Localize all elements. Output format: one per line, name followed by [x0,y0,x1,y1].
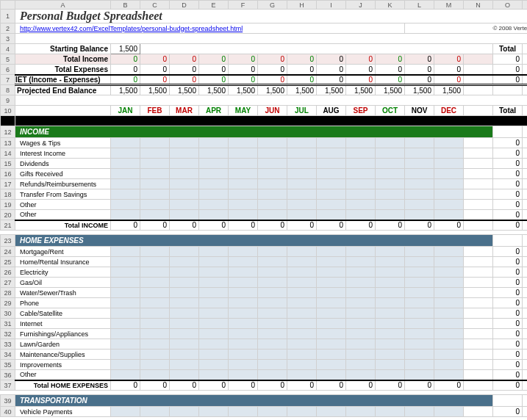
row-24[interactable]: 24 [1,247,15,257]
cell[interactable]: 0 [523,159,528,169]
cell[interactable] [317,159,346,169]
cell[interactable]: 0 [287,54,317,65]
cell[interactable]: 0 [170,54,199,65]
cell[interactable] [258,339,287,350]
cell[interactable] [258,257,287,267]
cell[interactable] [287,247,317,257]
cell[interactable]: 0 [229,75,258,85]
cell[interactable] [258,189,287,200]
cell[interactable]: 0 [523,148,528,159]
cell[interactable] [434,138,464,148]
cell[interactable]: 0 [111,54,140,65]
cell[interactable] [317,350,346,360]
cell[interactable]: 0 [405,220,434,231]
cell[interactable]: 0 [493,267,523,278]
item-label[interactable]: Furnishings/Appliances [15,329,111,339]
cell[interactable]: 0 [170,75,199,85]
row-20[interactable]: 20 [1,210,15,220]
cell[interactable]: 0 [346,220,376,231]
row-30[interactable]: 30 [1,308,15,319]
cell[interactable] [229,159,258,169]
item-label[interactable]: Transfer From Savings [15,189,111,200]
cell[interactable]: 0 [111,75,140,85]
cell[interactable]: 0 [493,360,523,370]
cell[interactable]: 0 [170,380,199,391]
cell[interactable] [229,138,258,148]
cell[interactable] [170,179,199,189]
cell[interactable]: 0 [376,75,405,85]
cell[interactable]: 0 [346,380,376,391]
cell[interactable] [405,148,434,159]
cell[interactable] [229,247,258,257]
cell[interactable]: 1,500 [405,85,434,95]
row-4[interactable]: 4 [1,44,15,54]
cell[interactable] [140,267,170,278]
cell[interactable] [287,350,317,360]
cell[interactable]: 0 [523,247,528,257]
starting-balance-input[interactable]: 1,500 [111,44,140,54]
cell[interactable] [287,257,317,267]
cell[interactable]: 0 [111,65,140,75]
item-label[interactable]: Other [15,200,111,210]
cell[interactable] [229,329,258,339]
cell[interactable] [140,257,170,267]
cell[interactable] [199,257,229,267]
cell[interactable]: 0 [493,350,523,360]
cell[interactable] [258,319,287,329]
cell[interactable]: 0 [493,278,523,288]
row-5[interactable]: 5 [1,54,15,65]
row-6[interactable]: 6 [1,65,15,75]
cell[interactable]: 0 [317,380,346,391]
item-label[interactable]: Cable/Satellite [15,308,111,319]
cell[interactable]: 0 [376,65,405,75]
cell[interactable]: 0 [523,267,528,278]
cell[interactable]: 0 [523,179,528,189]
cell[interactable] [405,298,434,308]
cell[interactable] [140,308,170,319]
item-label[interactable]: Maintenance/Supplies [15,350,111,360]
cell[interactable] [199,169,229,179]
cell[interactable]: 0 [170,220,199,231]
cell[interactable] [346,308,376,319]
cell[interactable] [376,278,405,288]
cell[interactable] [317,360,346,370]
cell[interactable] [434,288,464,298]
cell[interactable] [111,370,140,380]
row-21[interactable]: 21 [1,220,15,231]
cell[interactable] [229,407,258,417]
cell[interactable] [317,189,346,200]
cell[interactable] [199,189,229,200]
row-27[interactable]: 27 [1,278,15,288]
cell[interactable] [170,288,199,298]
cell[interactable] [317,288,346,298]
cell[interactable]: 1,500 [140,85,170,95]
cell[interactable] [346,339,376,350]
cell[interactable] [434,179,464,189]
cell[interactable] [111,267,140,278]
cell[interactable] [199,288,229,298]
cell[interactable]: 0 [405,54,434,65]
cell[interactable]: 0 [140,54,170,65]
row-33[interactable]: 33 [1,339,15,350]
cell[interactable] [434,298,464,308]
cell[interactable]: 0 [287,380,317,391]
cell[interactable] [140,138,170,148]
cell[interactable] [199,200,229,210]
cell[interactable] [317,319,346,329]
cell[interactable] [287,267,317,278]
cell[interactable] [405,210,434,220]
cell[interactable]: 0 [493,210,523,220]
cell[interactable] [170,247,199,257]
cell[interactable]: 0 [434,54,464,65]
cell[interactable] [258,350,287,360]
cell[interactable] [229,179,258,189]
cell[interactable] [287,169,317,179]
cell[interactable]: 0 [376,220,405,231]
cell[interactable] [287,148,317,159]
cell[interactable]: 0 [170,65,199,75]
row-8[interactable]: 8 [1,85,15,95]
cell[interactable]: 0 [493,319,523,329]
cell[interactable]: 0 [405,75,434,85]
cell[interactable] [287,407,317,417]
cell[interactable] [140,339,170,350]
